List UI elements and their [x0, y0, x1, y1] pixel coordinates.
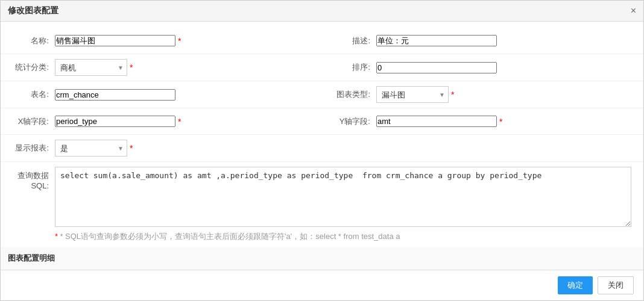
col-desc: 描述: — [322, 35, 643, 46]
col-table: 表名: — [1, 86, 322, 103]
form-row-display: 显示报表: 是 否 ▼ * — [1, 135, 643, 162]
display-field-wrap: 是 否 ▼ * — [55, 140, 322, 157]
form-row-table-charttype: 表名: 图表类型: 漏斗图 柱状图 折线图 饼图 — [1, 81, 643, 108]
desc-label: 描述: — [322, 36, 376, 46]
xaxis-field-wrap: * — [55, 116, 322, 127]
sql-hint-star: * — [55, 232, 58, 241]
charttype-select-wrap: 漏斗图 柱状图 折线图 饼图 ▼ — [376, 86, 449, 103]
col-yaxis: Y轴字段: * — [322, 116, 643, 127]
sql-label: 查询数据SQL: — [1, 167, 55, 190]
dialog-title: 修改图表配置 — [8, 5, 58, 16]
sql-hint-text: * SQL语句查询参数必须为小写，查询语句主表后面必须跟随字符'a'，如：sel… — [60, 232, 400, 241]
sql-hint: * * SQL语句查询参数必须为小写，查询语句主表后面必须跟随字符'a'，如：s… — [55, 231, 631, 242]
xaxis-label: X轴字段: — [1, 116, 55, 127]
category-label: 统计分类: — [1, 62, 55, 73]
xaxis-required: * — [178, 117, 181, 126]
close-icon[interactable]: × — [631, 6, 636, 16]
col-name: 名称: * — [1, 35, 322, 46]
table-input[interactable] — [55, 89, 175, 101]
name-field-wrap: * — [55, 35, 322, 46]
col-order: 排序: — [322, 59, 643, 76]
xaxis-input[interactable] — [55, 116, 175, 127]
name-label: 名称: — [1, 36, 55, 46]
form-row-category-order: 统计分类: 商机 客户 联系人 ▼ * — [1, 54, 643, 81]
desc-input[interactable] — [376, 35, 497, 46]
dialog-body: 名称: * 描述: 统计分类: — [1, 22, 643, 270]
charttype-select[interactable]: 漏斗图 柱状图 折线图 饼图 — [376, 86, 449, 103]
name-required: * — [178, 36, 181, 46]
category-required: * — [130, 63, 133, 72]
section-title: 图表配置明细 — [8, 253, 55, 264]
col-charttype: 图表类型: 漏斗图 柱状图 折线图 饼图 ▼ * — [322, 86, 643, 103]
col-category: 统计分类: 商机 客户 联系人 ▼ * — [1, 59, 322, 76]
col-display: 显示报表: 是 否 ▼ * — [1, 140, 322, 157]
desc-field-wrap — [376, 35, 643, 46]
category-select-wrap: 商机 客户 联系人 ▼ — [55, 59, 127, 76]
display-select[interactable]: 是 否 — [55, 140, 127, 157]
display-select-wrap: 是 否 ▼ — [55, 140, 127, 157]
order-input[interactable] — [376, 62, 497, 73]
form-row-sql: 查询数据SQL: select sum(a.sale_amount) as am… — [1, 162, 643, 247]
yaxis-field-wrap: * — [376, 116, 643, 127]
yaxis-input[interactable] — [376, 116, 497, 127]
section-title-row: 图表配置明细 — [1, 247, 643, 270]
dialog-footer: 确定 关闭 — [1, 270, 643, 300]
sql-area-wrap: select sum(a.sale_amount) as amt ,a.peri… — [55, 167, 643, 242]
form-row-name-desc: 名称: * 描述: — [1, 28, 643, 54]
order-field-wrap — [376, 62, 643, 73]
display-required: * — [130, 143, 133, 153]
charttype-field-wrap: 漏斗图 柱状图 折线图 饼图 ▼ * — [376, 86, 643, 103]
yaxis-label: Y轴字段: — [322, 116, 376, 127]
yaxis-required: * — [499, 117, 502, 126]
charttype-label: 图表类型: — [322, 89, 376, 100]
confirm-button[interactable]: 确定 — [558, 276, 593, 294]
charttype-required: * — [451, 90, 454, 99]
display-label: 显示报表: — [1, 143, 55, 154]
order-label: 排序: — [322, 62, 376, 73]
sql-textarea[interactable]: select sum(a.sale_amount) as amt ,a.peri… — [55, 167, 631, 227]
form-row-xaxis-yaxis: X轴字段: * Y轴字段: * — [1, 108, 643, 135]
table-label: 表名: — [1, 89, 55, 100]
table-field-wrap — [55, 89, 322, 101]
close-button[interactable]: 关闭 — [598, 276, 634, 294]
dialog-modify-chart: 修改图表配置 × 名称: * 描述: — [0, 0, 644, 301]
category-select[interactable]: 商机 客户 联系人 — [55, 59, 127, 76]
name-input[interactable] — [55, 35, 175, 46]
col-xaxis: X轴字段: * — [1, 116, 322, 127]
category-field-wrap: 商机 客户 联系人 ▼ * — [55, 59, 322, 76]
col-empty — [322, 140, 643, 157]
dialog-header: 修改图表配置 × — [1, 1, 643, 22]
